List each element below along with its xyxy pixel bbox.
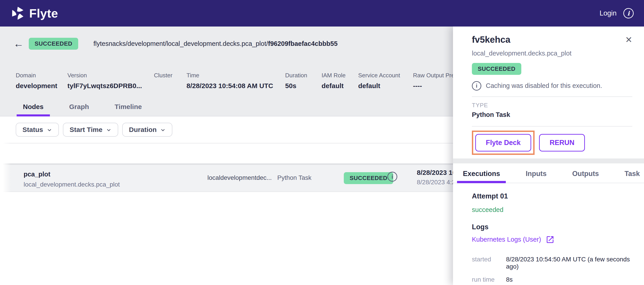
meta-service-account: Service Account default [358,72,413,90]
chevron-down-icon [106,128,112,133]
node-info-icon[interactable]: i [388,172,397,182]
filter-label: Duration [129,126,156,134]
caching-note: Caching was disabled for this execution. [486,82,602,90]
node-detail-panel: fv5kehca ✕ local_development.decks.pca_p… [453,26,644,285]
execution-status-badge: SUCCEEDED [29,38,78,50]
navbar-right: Login i [600,8,634,18]
breadcrumb: ← SUCCEEDED flytesnacks/development/loca… [14,38,338,50]
panel-content: fv5kehca ✕ local_development.decks.pca_p… [453,26,644,285]
filter-start-time[interactable]: Start Time [63,123,118,137]
kubernetes-logs-link[interactable]: Kubernetes Logs (User) [472,235,632,244]
panel-actions: Flyte Deck RERUN [472,130,632,155]
external-link-icon [546,235,554,244]
meta-value: default [322,82,358,90]
attempt-title: Attempt 01 [472,192,632,200]
tab-timeline[interactable]: Timeline [108,103,148,116]
flyte-deck-button[interactable]: Flyte Deck [475,134,531,152]
type-label: TYPE [472,102,632,109]
attempt-status: succeeded [472,206,632,214]
attempt-details: started 8/28/2023 10:54:50 AM UTC (a few… [472,256,632,283]
meta-value: development [16,82,68,90]
flyte-logo-icon [10,6,25,21]
meta-time: Time 8/28/2023 10:54:08 AM UTC [186,72,285,90]
tab-label: Nodes [23,103,44,110]
meta-cluster: Cluster [154,72,186,90]
meta-label: Time [186,72,285,79]
chevron-down-icon [160,128,166,133]
filter-label: Start Time [70,126,102,134]
tab-nodes[interactable]: Nodes [17,103,50,116]
panel-status-badge: SUCCEEDED [472,63,521,75]
filter-status[interactable]: Status [16,123,59,137]
meta-label: Version [68,72,154,79]
tab-label: Outputs [572,170,599,178]
filter-duration[interactable]: Duration [122,123,172,137]
meta-label: Duration [285,72,322,79]
detail-started: started 8/28/2023 10:54:50 AM UTC (a few… [472,256,632,270]
login-button[interactable]: Login [600,9,616,17]
content-area: ← SUCCEEDED flytesnacks/development/loca… [0,26,644,285]
tab-executions[interactable]: Executions [457,164,506,183]
meta-value: tylF7yLwqtsz6DPRB0... [68,82,154,90]
execution-path: flytesnacks/development/local_developmen… [94,40,338,48]
detail-run-time: run time 8s [472,276,632,283]
info-letter: i [476,83,478,89]
logs-title: Logs [472,223,632,231]
panel-title: fv5kehca [472,34,510,45]
execution-id: f96209fbaefac4cbbb55 [268,40,338,47]
panel-divider [472,96,632,97]
meta-domain: Domain development [16,72,68,90]
node-name: pca_plot [24,170,50,178]
active-tab-indicator [457,181,506,183]
tab-label: Inputs [526,170,546,178]
flyte-console-screen: Flyte Login i ← SUCCEEDED flytesnacks/de… [0,0,644,285]
panel-subtitle: local_development.decks.pca_plot [472,50,632,57]
app-info-icon[interactable]: i [623,8,634,18]
caching-note-row: i Caching was disabled for this executio… [472,81,632,90]
tab-label: Executions [463,170,500,178]
brand-name: Flyte [29,6,58,20]
view-tabs: Nodes Graph Timeline [17,103,148,116]
path-prefix: flytesnacks/development/local_developmen… [94,40,268,47]
log-link-label: Kubernetes Logs (User) [472,236,541,243]
detail-value: 8s [506,276,513,283]
meta-value [154,82,186,90]
node-log-name: localdevelopmentdec... [208,174,272,182]
flyte-deck-highlight-box: Flyte Deck [472,130,534,155]
info-letter: i [392,174,393,180]
meta-version: Version tylF7yLwqtsz6DPRB0... [68,72,154,90]
meta-iam-role: IAM Role default [322,72,358,90]
detail-value: 8/28/2023 10:54:50 AM UTC (a few seconds… [506,256,632,270]
filter-label: Status [22,126,43,134]
node-start-time: 8/28/2023 10 [417,169,456,176]
close-panel-icon[interactable]: ✕ [625,34,632,44]
panel-tabs: Executions Inputs Outputs Task [453,164,644,183]
meta-label: Domain [16,72,68,79]
panel-section-divider [453,158,644,164]
tab-outputs[interactable]: Outputs [566,164,605,183]
top-navbar: Flyte Login i [0,0,644,26]
tab-label: Graph [69,103,89,110]
meta-value: 8/28/2023 10:54:08 AM UTC [186,82,285,90]
tab-inputs[interactable]: Inputs [520,164,552,183]
back-button[interactable]: ← [14,38,24,49]
node-status-badge: SUCCEEDED [344,172,393,184]
detail-label: started [472,256,506,270]
meta-label: Service Account [358,72,413,79]
caching-info-icon: i [472,81,481,90]
meta-label: IAM Role [322,72,358,79]
tab-label: Timeline [114,103,142,110]
node-fqn: local_development.decks.pca_plot [24,181,120,188]
tab-graph[interactable]: Graph [63,103,95,116]
type-value: Python Task [472,111,632,118]
active-tab-indicator [17,114,50,116]
flyte-brand[interactable]: Flyte [10,6,58,21]
tab-label: Task [624,170,640,178]
meta-duration: Duration 50s [285,72,322,90]
meta-value: default [358,82,413,90]
chevron-down-icon [47,128,52,133]
rerun-button[interactable]: RERUN [539,134,585,152]
tab-task[interactable]: Task [618,164,644,183]
meta-value: 50s [285,82,322,90]
info-letter: i [627,10,630,17]
